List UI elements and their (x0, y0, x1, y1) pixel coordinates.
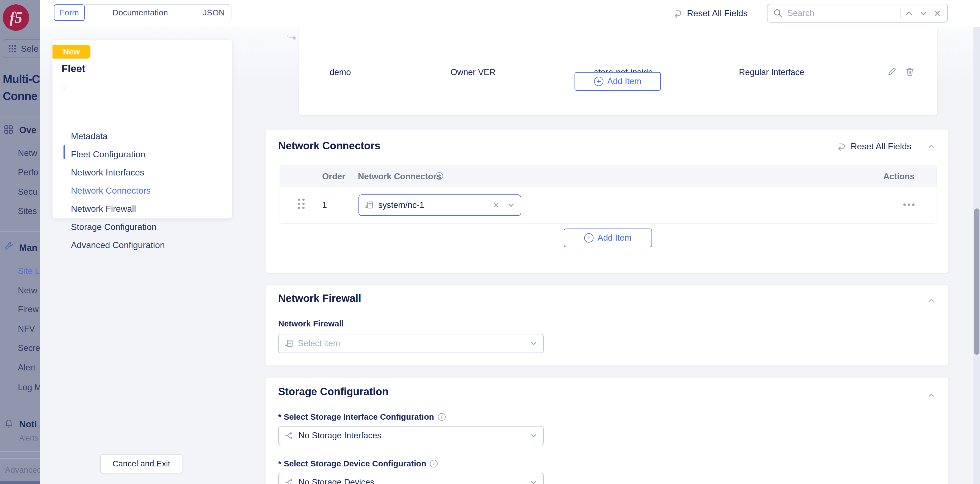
search-input[interactable] (787, 8, 896, 18)
fleet-nav-advanced-configuration[interactable]: Advanced Configuration (71, 240, 165, 250)
app-sidebar: f5 Sele Multi-C Conne Ove Netw Perfo Sec… (0, 0, 40, 484)
sidebar-item-security[interactable]: Secu (18, 187, 37, 197)
cancel-and-exit-button[interactable]: Cancel and Exit (100, 454, 182, 473)
network-connectors-card: Network Connectors Reset All Fields Orde… (265, 129, 949, 273)
workspace-title-line2: Conne (3, 90, 37, 103)
active-item-bar (64, 145, 65, 159)
select-placeholder: Select item (298, 339, 340, 349)
sidebar-divider (0, 117, 40, 118)
undo-icon (836, 141, 846, 151)
sidebar-item-networking-manage[interactable]: Netw (18, 286, 37, 296)
sidebar-footer-advanced[interactable]: Advanced (5, 465, 40, 474)
tab-documentation[interactable]: Documentation (85, 5, 196, 21)
sidebar-item-secrets[interactable]: Secre (18, 343, 40, 353)
fleet-panel-notch (61, 83, 67, 89)
storage-device-label-row: * Select Storage Device Configuration i (278, 459, 438, 468)
app-screen: f5 Sele Multi-C Conne Ove Netw Perfo Sec… (0, 0, 980, 484)
column-header-actions: Actions (883, 172, 915, 182)
storage-interface-label-row: * Select Storage Interface Configuration… (278, 412, 445, 422)
fleet-nav-metadata[interactable]: Metadata (71, 131, 108, 141)
f5-logo[interactable]: f5 (3, 5, 29, 31)
tab-json[interactable]: JSON (196, 5, 231, 21)
fleet-nav-storage-configuration[interactable]: Storage Configuration (71, 222, 156, 232)
info-icon[interactable]: i (430, 460, 438, 468)
chevron-down-icon[interactable] (530, 339, 538, 348)
clear-icon[interactable] (492, 201, 500, 209)
sidebar-section-overview[interactable]: Ove (19, 125, 36, 135)
edit-icon[interactable] (886, 67, 897, 77)
sidebar-divider (0, 413, 40, 413)
workspace-title-line1: Multi-C (3, 73, 40, 86)
sidebar-item-nfv[interactable]: NFV (18, 324, 35, 334)
delete-icon[interactable] (905, 67, 915, 77)
field-label: * Select Storage Interface Configuration (278, 412, 434, 422)
column-header-order: Order (322, 172, 345, 182)
reset-all-fields-button[interactable]: Reset All Fields (672, 8, 748, 18)
section-title: Network Firewall (278, 293, 361, 304)
bell-icon (4, 418, 14, 428)
interface-type-cell: Regular Interface (739, 67, 804, 77)
sidebar-item-sites[interactable]: Sites (18, 206, 37, 216)
close-icon[interactable] (933, 9, 942, 18)
network-firewall-select[interactable]: Select item (278, 334, 544, 353)
network-interfaces-card: demo Owner VER store-net-inside Regular … (299, 27, 937, 116)
select-service-box[interactable]: Sele (3, 39, 40, 58)
plus-icon: + (594, 77, 603, 86)
search-box (767, 4, 948, 22)
sidebar-item-alerts[interactable]: Alert (18, 363, 35, 373)
chevron-up-icon[interactable] (904, 8, 914, 18)
sidebar-item-site-list[interactable]: Site L (18, 266, 40, 276)
chevron-down-icon[interactable] (919, 8, 928, 18)
sidebar-section-manage[interactable]: Man (19, 242, 37, 253)
top-bar: Form Documentation JSON Reset All Fields (40, 0, 980, 27)
fleet-panel-divider (52, 86, 232, 86)
fleet-panel-title: Fleet (62, 63, 85, 75)
info-icon[interactable]: i (436, 172, 443, 180)
row-actions-menu[interactable] (903, 204, 915, 206)
sidebar-divider (0, 458, 40, 459)
add-item-button[interactable]: + Add Item (564, 229, 652, 247)
view-tabs: Form Documentation JSON (54, 5, 231, 21)
info-icon[interactable]: i (438, 413, 445, 421)
sidebar-item-firewall[interactable]: Firew (18, 304, 39, 314)
collapse-icon[interactable] (927, 296, 936, 305)
connectors-table: Order Network Connectors i Actions 1 sys… (280, 165, 937, 224)
order-cell: 1 (322, 200, 327, 210)
section-title: Storage Configuration (278, 386, 388, 398)
fleet-nav-fleet-configuration[interactable]: Fleet Configuration (71, 149, 145, 159)
overview-grid-icon (3, 124, 14, 135)
shuffle-icon (284, 431, 294, 441)
collapse-icon[interactable] (927, 142, 936, 151)
collapse-icon[interactable] (927, 391, 936, 400)
section-reset-all-fields[interactable]: Reset All Fields (836, 141, 911, 151)
add-item-label: Add Item (607, 76, 641, 86)
reference-icon (284, 339, 294, 348)
storage-interface-select[interactable]: No Storage Interfaces (278, 426, 544, 445)
table-row: 1 system/nc-1 (280, 187, 937, 223)
select-value: No Storage Interfaces (299, 431, 382, 441)
wrench-icon (4, 242, 14, 252)
storage-device-select[interactable]: No Storage Devices (278, 473, 544, 484)
table-header-row: Order Network Connectors i Actions (280, 165, 937, 187)
sidebar-item-performance[interactable]: Perfo (18, 167, 38, 177)
plus-icon: + (584, 233, 593, 242)
fleet-nav-network-interfaces[interactable]: Network Interfaces (71, 167, 144, 178)
sidebar-section-notifications[interactable]: Noti (19, 419, 37, 430)
chevron-down-icon[interactable] (530, 431, 538, 440)
sidebar-item-networking[interactable]: Netw (18, 148, 37, 158)
fleet-nav-network-firewall[interactable]: Network Firewall (71, 204, 136, 214)
tab-form[interactable]: Form (54, 5, 85, 21)
search-divider (900, 8, 900, 18)
sidebar-item-log-management[interactable]: Log M (18, 382, 40, 392)
network-connector-select[interactable]: system/nc-1 (358, 194, 521, 216)
notifications-subtitle: Alerts (19, 434, 38, 443)
fleet-nav-network-connectors[interactable]: Network Connectors (71, 186, 151, 196)
add-item-button[interactable]: + Add Item (574, 72, 661, 91)
scrollbar-thumb[interactable] (974, 209, 980, 355)
tree-connector (287, 27, 293, 38)
chevron-down-icon[interactable] (530, 478, 538, 484)
chevron-down-icon[interactable] (507, 201, 515, 209)
section-reset-label: Reset All Fields (851, 141, 911, 151)
drag-handle[interactable] (298, 199, 305, 209)
field-label: * Select Storage Device Configuration (278, 459, 426, 468)
